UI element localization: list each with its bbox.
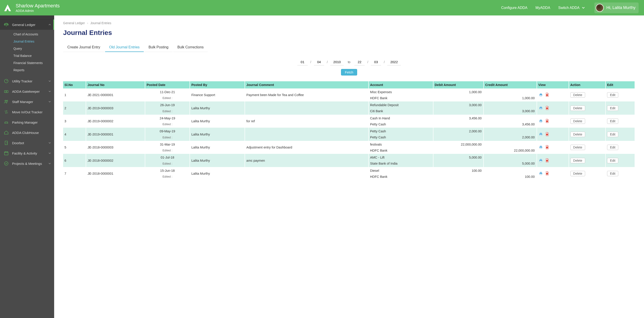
chevron-down-icon	[48, 152, 51, 155]
from-year-input[interactable]	[330, 59, 344, 65]
svg-rect-1	[4, 91, 8, 93]
edit-button[interactable]: Edit	[607, 106, 618, 111]
sidebar-item-facility-activity[interactable]: Facility & Activity	[0, 148, 54, 158]
delete-button[interactable]: Delete	[570, 158, 585, 163]
cell-edit: Edit	[606, 167, 635, 180]
pdf-icon[interactable]	[545, 106, 550, 110]
pdf-icon[interactable]	[545, 118, 550, 123]
to-day-input[interactable]	[354, 59, 365, 65]
cell-view	[537, 89, 569, 101]
pdf-icon[interactable]	[545, 171, 550, 176]
print-icon[interactable]	[538, 145, 543, 150]
edit-button[interactable]: Edit	[607, 158, 618, 163]
svg-point-12	[546, 94, 548, 96]
chevron-down-icon	[582, 6, 585, 10]
sidebar-item-doorbot[interactable]: Doorbot	[0, 138, 54, 148]
cell-posted-by: Lalita Murthy	[190, 154, 245, 167]
tab-bulk-posting[interactable]: Bulk Posting	[144, 43, 173, 52]
subnav-financial-statements[interactable]: Financial Statements	[0, 59, 54, 67]
delete-button[interactable]: Delete	[570, 145, 585, 150]
svg-point-2	[6, 91, 7, 92]
print-icon[interactable]	[538, 106, 543, 110]
cell-comment: Adjustment entry for Dashboard	[245, 141, 368, 154]
edit-button[interactable]: Edit	[607, 118, 618, 124]
delete-button[interactable]: Delete	[570, 132, 585, 137]
cell-account: Misc Expenses	[368, 89, 433, 95]
tab-bulk-corrections[interactable]: Bulk Corrections	[173, 43, 208, 52]
sidebar-item-utility-tracker[interactable]: Utility Tracker	[0, 76, 54, 86]
cell-posted-by: Lalita Murthy	[190, 115, 245, 128]
cell-edit: Edit	[606, 128, 635, 141]
nav-configure[interactable]: Configure ADDA	[501, 6, 528, 10]
cell-account: AMC - Lift	[368, 154, 433, 161]
subnav-trial-balance[interactable]: Trial Balance	[0, 52, 54, 59]
sidebar-item-gatekeeper[interactable]: ADDA Gatekeeper	[0, 86, 54, 97]
nav-switch[interactable]: Switch ADDA	[558, 6, 585, 10]
subnav-journal-entries[interactable]: Journal Entries	[0, 38, 54, 45]
pdf-icon[interactable]	[545, 132, 550, 137]
to-year-input[interactable]	[387, 59, 401, 65]
calendar-icon	[3, 151, 10, 156]
fetch-button[interactable]: Fetch	[341, 69, 357, 76]
delete-button[interactable]: Delete	[570, 106, 585, 111]
to-month-input[interactable]	[371, 59, 381, 65]
table-row: 5JE-2018-000000331-Mar-19Edited :Lalita …	[63, 141, 635, 148]
subnav-query[interactable]: Query	[0, 45, 54, 52]
col-journal-comment: Journal Comment	[245, 81, 368, 89]
tab-create-journal-entry[interactable]: Create Journal Entry	[63, 43, 104, 52]
svg-point-20	[546, 121, 548, 122]
from-day-input[interactable]	[298, 59, 308, 65]
cell-debit	[433, 122, 484, 128]
from-month-input[interactable]	[314, 59, 324, 65]
col-slno: Sl.No	[63, 81, 86, 89]
delete-button[interactable]: Delete	[570, 118, 585, 124]
pdf-icon[interactable]	[545, 145, 550, 150]
print-icon[interactable]	[538, 118, 543, 123]
sidebar-item-parking-manager[interactable]: Parking Manager	[0, 117, 54, 127]
avatar	[596, 4, 604, 12]
cell-debit	[433, 135, 484, 141]
sidebar-item-clubhouse[interactable]: ADDA ClubHouse	[0, 127, 54, 138]
svg-rect-34	[540, 172, 542, 173]
delete-button[interactable]: Delete	[570, 92, 585, 98]
cell-account: Petty Cash	[368, 128, 433, 135]
pdf-icon[interactable]	[545, 158, 550, 163]
chevron-down-icon	[48, 100, 51, 103]
edit-button[interactable]: Edit	[607, 92, 618, 98]
print-icon[interactable]	[538, 92, 543, 97]
cell-account: HDFC Bank	[368, 95, 433, 101]
edit-button[interactable]: Edit	[607, 171, 618, 176]
sidebar-item-projects-meetings[interactable]: Projects & Meetings	[0, 158, 54, 169]
edit-button[interactable]: Edit	[607, 132, 618, 137]
sidebar-item-general-ledger[interactable]: General Ledger	[0, 20, 54, 30]
edit-button[interactable]: Edit	[607, 145, 618, 150]
cell-journal-no: JE-2019-0000003	[86, 101, 145, 114]
svg-rect-11	[540, 95, 542, 96]
nav-myadda[interactable]: MyADDA	[536, 6, 550, 10]
delete-button[interactable]: Delete	[570, 171, 585, 176]
cell-action: Delete	[569, 141, 606, 154]
subnav-reports[interactable]: Reports	[0, 67, 54, 74]
print-icon[interactable]	[538, 132, 543, 137]
cell-posted-date: 01-Jul-18Edited :	[145, 154, 190, 167]
user-menu[interactable]: Hi, Lalita Murthy	[594, 3, 639, 13]
cell-action: Delete	[569, 115, 606, 128]
tab-old-journal-entries[interactable]: Old Journal Entries	[105, 43, 144, 52]
cell-edit: Edit	[606, 115, 635, 128]
cell-view	[537, 141, 569, 154]
cell-posted-date: 26-Jun-19Edited :	[145, 101, 190, 114]
sidebar-item-move-tracker[interactable]: Move In/Out Tracker	[0, 107, 54, 117]
print-icon[interactable]	[538, 158, 543, 163]
cell-action: Delete	[569, 89, 606, 101]
sidebar-item-staff-manager[interactable]: Staff Manager	[0, 97, 54, 107]
cell-slno: 4	[63, 128, 86, 141]
chevron-up-icon	[48, 23, 51, 26]
cell-account: Petty Cash	[368, 135, 433, 141]
print-icon[interactable]	[538, 171, 543, 176]
breadcrumb-root[interactable]: General Ledger	[63, 21, 85, 25]
cash-icon	[3, 89, 10, 94]
pdf-icon[interactable]	[545, 92, 550, 97]
svg-rect-10	[540, 93, 542, 94]
subnav-chart-of-accounts[interactable]: Chart of Accounts	[0, 31, 54, 38]
cell-account: Cash In Hand	[368, 115, 433, 122]
